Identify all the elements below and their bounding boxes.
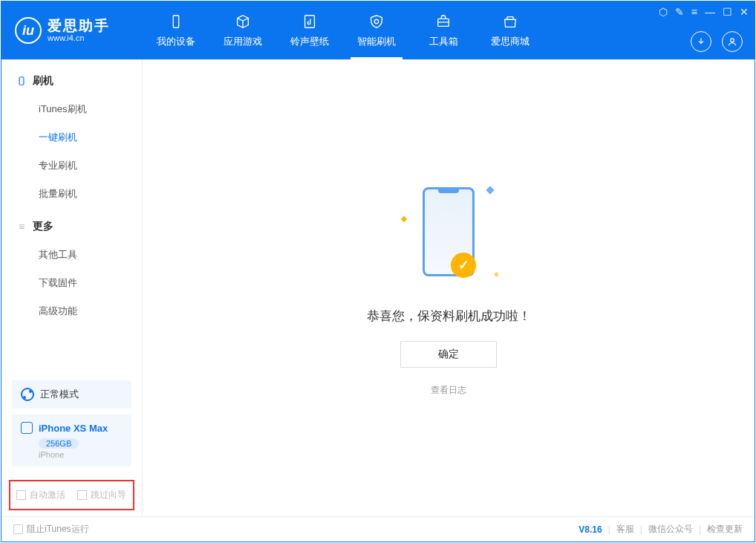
support-link[interactable]: 客服 <box>616 523 634 536</box>
nav-label: 铃声壁纸 <box>290 35 329 48</box>
storage-badge: 256GB <box>39 438 79 449</box>
success-message: 恭喜您，保资料刷机成功啦！ <box>367 308 531 325</box>
window-controls: ⬡ ✎ ≡ — ☐ ✕ <box>659 6 749 18</box>
sidebar-item-batch-flash[interactable]: 批量刷机 <box>1 180 142 208</box>
nav-apps-games[interactable]: 应用游戏 <box>209 1 276 59</box>
svg-rect-4 <box>19 77 24 85</box>
svg-rect-0 <box>173 16 178 28</box>
wechat-link[interactable]: 微信公众号 <box>648 523 693 536</box>
svg-point-3 <box>731 39 734 42</box>
phone-icon <box>16 76 27 86</box>
cube-icon <box>234 13 252 30</box>
nav-my-device[interactable]: 我的设备 <box>143 1 209 59</box>
logo[interactable]: iu 爱思助手 www.i4.cn <box>1 17 143 44</box>
nav-label: 我的设备 <box>157 35 195 48</box>
nav-toolbox[interactable]: 工具箱 <box>410 1 477 59</box>
check-icon: ✓ <box>451 253 476 278</box>
checkbox-label: 阻止iTunes运行 <box>27 523 89 536</box>
list-icon: ≡ <box>16 221 27 232</box>
status-bar: 阻止iTunes运行 V8.16 | 客服 | 微信公众号 | 检查更新 <box>1 516 755 542</box>
sidebar-section-flash: 刷机 <box>1 70 142 92</box>
checkbox-skip-guide[interactable]: 跳过向导 <box>77 489 126 501</box>
device-icon <box>21 422 33 434</box>
store-icon <box>501 13 519 30</box>
device-card[interactable]: iPhone XS Max 256GB iPhone <box>12 414 131 466</box>
checkbox-icon <box>13 524 23 534</box>
sidebar-item-oneclick-flash[interactable]: 一键刷机 <box>1 123 142 152</box>
main-content: ✓ 恭喜您，保资料刷机成功啦！ 确定 查看日志 <box>143 59 755 516</box>
sidebar-item-other-tools[interactable]: 其他工具 <box>1 241 142 269</box>
shield-refresh-icon <box>368 13 385 30</box>
svg-rect-1 <box>305 16 315 28</box>
body: 刷机 iTunes刷机 一键刷机 专业刷机 批量刷机 ≡ 更多 其他工具 下载固… <box>1 59 755 516</box>
nav-ringtone-wallpaper[interactable]: 铃声壁纸 <box>276 1 343 59</box>
nav-label: 应用游戏 <box>224 35 262 48</box>
nav-smart-flash[interactable]: 智能刷机 <box>343 1 410 59</box>
app-name: 爱思助手 <box>48 19 110 34</box>
section-title: 更多 <box>33 220 53 233</box>
device-icon <box>167 13 185 30</box>
phone-icon: ✓ <box>423 187 475 276</box>
app-url: www.i4.cn <box>48 33 110 42</box>
feedback-icon[interactable]: ✎ <box>675 6 684 18</box>
checkbox-label: 自动激活 <box>30 489 65 501</box>
checkbox-auto-activate[interactable]: 自动激活 <box>16 489 65 501</box>
music-file-icon <box>301 13 319 30</box>
sidebar-item-itunes-flash[interactable]: iTunes刷机 <box>1 95 142 123</box>
nav-label: 智能刷机 <box>357 35 396 48</box>
success-graphic: ✓ <box>408 180 489 291</box>
mode-label: 正常模式 <box>40 388 79 401</box>
close-button[interactable]: ✕ <box>740 6 749 18</box>
app-window: iu 爱思助手 www.i4.cn 我的设备 应用游戏 铃声壁纸 智能刷机 <box>1 1 755 542</box>
highlighted-options: 自动激活 跳过向导 <box>9 480 134 510</box>
checkbox-block-itunes[interactable]: 阻止iTunes运行 <box>13 523 89 536</box>
download-icon[interactable] <box>691 31 711 52</box>
device-name: iPhone XS Max <box>39 423 108 434</box>
maximize-button[interactable]: ☐ <box>723 6 732 18</box>
sidebar-section-more: ≡ 更多 <box>1 215 142 238</box>
check-update-link[interactable]: 检查更新 <box>707 523 743 536</box>
checkbox-icon <box>16 490 26 500</box>
tshirt-icon[interactable]: ⬡ <box>659 6 668 18</box>
mode-icon <box>21 388 34 401</box>
ok-button[interactable]: 确定 <box>400 341 497 368</box>
section-title: 刷机 <box>33 74 53 88</box>
checkbox-icon <box>77 490 87 500</box>
nav-label: 工具箱 <box>429 35 458 48</box>
menu-icon[interactable]: ≡ <box>691 6 697 18</box>
header-actions <box>691 31 743 52</box>
sidebar-item-advanced[interactable]: 高级功能 <box>1 297 142 325</box>
device-type: iPhone <box>39 450 123 459</box>
view-log-link[interactable]: 查看日志 <box>431 384 466 397</box>
main-nav: 我的设备 应用游戏 铃声壁纸 智能刷机 工具箱 爱思商城 <box>143 1 544 59</box>
title-bar: iu 爱思助手 www.i4.cn 我的设备 应用游戏 铃声壁纸 智能刷机 <box>1 1 755 59</box>
checkbox-label: 跳过向导 <box>91 489 126 501</box>
toolbox-icon <box>434 13 452 30</box>
nav-label: 爱思商城 <box>491 35 529 48</box>
nav-store[interactable]: 爱思商城 <box>477 1 544 59</box>
version-label: V8.16 <box>579 524 602 535</box>
logo-icon: iu <box>15 17 42 44</box>
user-icon[interactable] <box>722 31 743 52</box>
sidebar-item-pro-flash[interactable]: 专业刷机 <box>1 152 142 180</box>
sidebar-item-download-firmware[interactable]: 下载固件 <box>1 269 142 297</box>
sidebar: 刷机 iTunes刷机 一键刷机 专业刷机 批量刷机 ≡ 更多 其他工具 下载固… <box>1 59 143 516</box>
mode-card[interactable]: 正常模式 <box>12 380 131 409</box>
minimize-button[interactable]: — <box>705 6 715 18</box>
